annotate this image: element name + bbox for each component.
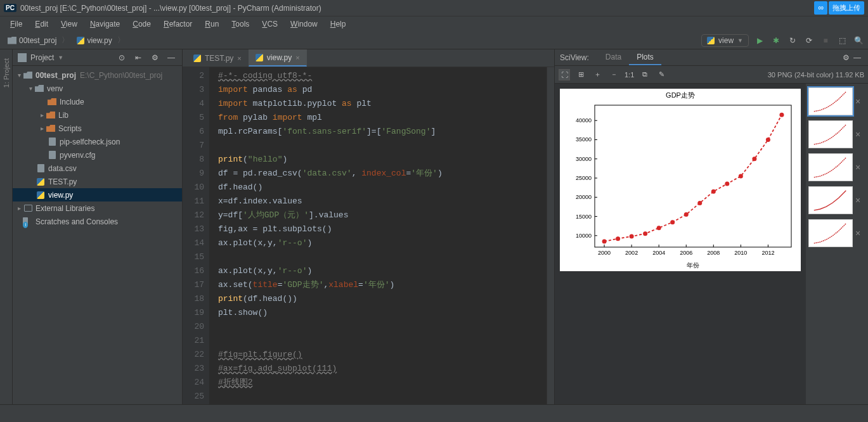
tree-test-py[interactable]: TEST.py [13, 175, 182, 188]
export-icon[interactable]: ⧉ [639, 69, 651, 80]
sciview-panel: SciView: DataPlots ⚙ — ⛶ ⊞ ＋ － 1:1 ⧉ ✎ 3… [554, 49, 868, 404]
project-panel-header: Project ▼ ⊙ ⇤ ⚙ — [13, 49, 182, 66]
expand-arrow-icon[interactable] [15, 205, 23, 212]
update-icon[interactable]: ⬚ [836, 35, 848, 46]
chevron-down-icon[interactable]: ▼ [58, 54, 63, 61]
menu-view[interactable]: View [55, 18, 84, 30]
project-panel: Project ▼ ⊙ ⇤ ⚙ — 00test_proj E:\C_Pytho… [13, 49, 183, 404]
gear-icon[interactable]: ⚙ [149, 52, 160, 63]
menu-file[interactable]: File [4, 18, 29, 30]
svg-text:35000: 35000 [576, 136, 592, 143]
plot-thumbnail[interactable] [808, 153, 853, 181]
hide-icon[interactable]: — [165, 52, 177, 63]
locate-icon[interactable]: ⊙ [116, 52, 127, 63]
close-tab-icon[interactable]: × [237, 54, 241, 62]
zoom-in-icon[interactable]: ＋ [592, 69, 603, 80]
menu-vcs[interactable]: VCS [256, 18, 284, 30]
profile-icon[interactable]: ⟳ [803, 35, 815, 46]
run-configuration-selector[interactable]: view ▼ [701, 34, 749, 47]
file-icon [49, 137, 56, 146]
sciview-tab-data[interactable]: Data [598, 50, 629, 65]
gear-icon[interactable]: ⚙ [840, 52, 852, 63]
drag-upload-button[interactable]: 拖拽上传 [829, 1, 864, 15]
breadcrumb-project[interactable]: 00test_proj 〉 [4, 34, 73, 47]
collapse-icon[interactable]: ⇤ [133, 52, 144, 63]
plot-thumbnails: ××××× [806, 84, 868, 404]
expand-arrow-icon[interactable] [27, 85, 34, 92]
editor-tabs: TEST.py×view.py× [183, 49, 554, 67]
sciview-label: SciView: [560, 53, 589, 62]
svg-point-35 [643, 231, 647, 236]
svg-text:40000: 40000 [576, 117, 592, 124]
status-bar [0, 404, 868, 422]
close-icon[interactable]: × [855, 228, 860, 238]
tree-scripts[interactable]: Scripts [13, 122, 182, 135]
menu-window[interactable]: Window [284, 18, 324, 30]
menu-run[interactable]: Run [198, 18, 225, 30]
grid-icon[interactable]: ⊞ [575, 69, 586, 80]
expand-arrow-icon[interactable] [38, 112, 46, 118]
svg-point-38 [684, 212, 689, 217]
breadcrumb-file[interactable]: view.py 〉 [73, 34, 128, 47]
cloud-sync-icon[interactable]: ∞ [814, 1, 827, 15]
tree-venv[interactable]: venv [13, 82, 182, 95]
sciview-tab-plots[interactable]: Plots [629, 50, 661, 65]
color-picker-icon[interactable]: ✎ [656, 69, 667, 80]
search-icon[interactable]: 🔍 [853, 35, 864, 46]
close-icon[interactable]: × [855, 129, 860, 139]
close-tab-icon[interactable]: × [295, 54, 299, 61]
menu-code[interactable]: Code [126, 18, 157, 30]
svg-text:2002: 2002 [625, 250, 638, 256]
editor-tab-view-py[interactable]: view.py× [249, 49, 307, 67]
run-icon[interactable]: ▶ [754, 35, 765, 46]
tree-view-py[interactable]: view.py [13, 188, 182, 201]
chevron-right-icon: 〉 [117, 35, 125, 46]
zoom-out-icon[interactable]: － [608, 69, 619, 80]
plot-thumbnail[interactable] [808, 120, 853, 148]
plot-thumbnail[interactable] [808, 87, 853, 115]
error-stripe[interactable] [547, 67, 554, 404]
svg-rect-0 [560, 89, 801, 271]
tree-root[interactable]: 00test_proj E:\C_Python\00test_proj [13, 68, 182, 82]
code-editor[interactable]: #-*- coding utf8-*- import pandas as pd … [209, 67, 547, 404]
menu-help[interactable]: Help [324, 18, 353, 30]
close-icon[interactable]: × [855, 195, 860, 205]
python-file-icon [77, 37, 84, 44]
stop-icon[interactable]: ■ [820, 35, 831, 46]
project-tree[interactable]: 00test_proj E:\C_Python\00test_proj venv… [13, 66, 182, 404]
menu-tools[interactable]: Tools [225, 18, 256, 30]
tree-data-csv[interactable]: data.csv [13, 162, 182, 175]
expand-arrow-icon[interactable] [38, 125, 46, 132]
close-icon[interactable]: × [855, 162, 860, 172]
coverage-icon[interactable]: ↻ [787, 35, 798, 46]
tree-include[interactable]: Include [13, 95, 182, 108]
titlebar: PC 00test_proj [E:\C_Python\00test_proj]… [0, 0, 868, 16]
tree-scratches[interactable]: i Scratches and Consoles [13, 215, 182, 228]
editor-tab-TEST-py[interactable]: TEST.py× [186, 50, 249, 67]
tree-pyvenv-cfg[interactable]: pyvenv.cfg [13, 148, 182, 162]
svg-point-42 [739, 174, 743, 179]
svg-text:2010: 2010 [734, 250, 747, 256]
plot-thumbnail[interactable] [808, 219, 853, 247]
python-file-icon [256, 54, 263, 61]
tool-tab-project[interactable]: 1: Project [3, 54, 10, 91]
tree-external-libraries[interactable]: External Libraries [13, 201, 182, 215]
menu-refactor[interactable]: Refactor [157, 18, 198, 30]
svg-text:2012: 2012 [761, 250, 774, 256]
expand-arrow-icon[interactable] [15, 72, 23, 79]
svg-point-43 [752, 157, 756, 161]
hide-icon[interactable]: — [852, 52, 863, 63]
menu-navigate[interactable]: Navigate [84, 18, 126, 30]
tree-lib[interactable]: Lib [13, 108, 182, 122]
svg-point-32 [602, 239, 607, 243]
fit-screen-icon[interactable]: ⛶ [559, 69, 570, 80]
zoom-ratio[interactable]: 1:1 [625, 71, 634, 79]
line-number-gutter[interactable]: 2345678910111213141516171819202122232425… [183, 67, 209, 404]
plot-thumbnail[interactable] [808, 186, 853, 214]
plot-viewer[interactable]: GDP走势10000150002000025000300003500040000… [555, 84, 806, 404]
debug-icon[interactable]: ✱ [770, 35, 782, 46]
menu-edit[interactable]: Edit [29, 18, 55, 30]
python-file-icon [193, 54, 201, 62]
tree-pip-selfcheck[interactable]: pip-selfcheck.json [13, 135, 182, 148]
close-icon[interactable]: × [855, 96, 860, 106]
